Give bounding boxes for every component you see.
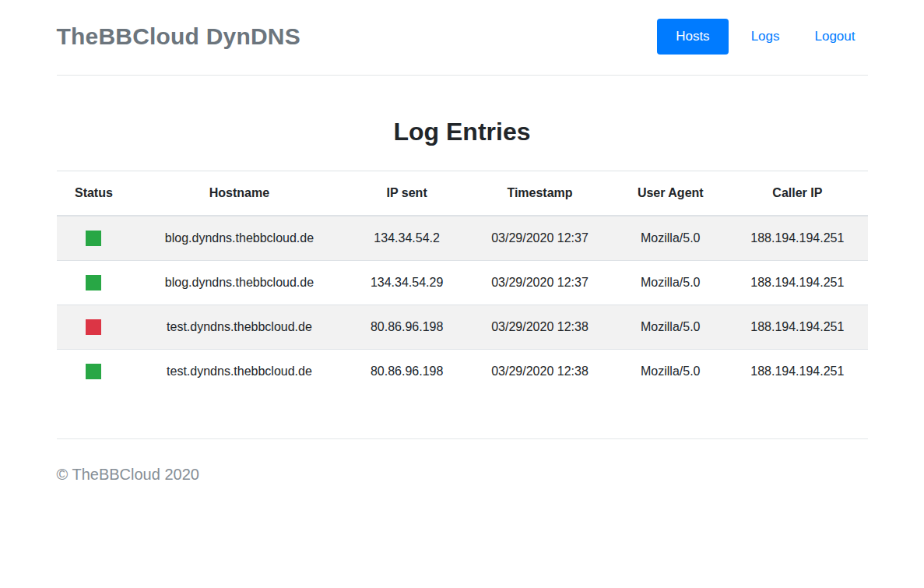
main-content: Log Entries StatusHostnameIP sentTimesta… (57, 118, 868, 393)
ip-sent-cell: 80.86.96.198 (348, 349, 466, 393)
site-header: TheBBCloud DynDNS HostsLogsLogout (57, 0, 868, 75)
timestamp-cell: 03/29/2020 12:38 (466, 305, 614, 349)
nav-link-logout[interactable]: Logout (803, 19, 868, 55)
column-header-status: Status (57, 171, 132, 216)
column-header-caller-ip: Caller IP (727, 171, 867, 216)
nav-link-hosts[interactable]: Hosts (657, 19, 728, 55)
ip-sent-cell: 134.34.54.29 (348, 260, 466, 305)
table-row: blog.dyndns.thebbcloud.de134.34.54.203/2… (57, 216, 868, 261)
timestamp-cell: 03/29/2020 12:37 (466, 260, 614, 305)
ip-sent-cell: 80.86.96.198 (348, 305, 466, 349)
page-container: TheBBCloud DynDNS HostsLogsLogout Log En… (57, 0, 868, 484)
timestamp-cell: 03/29/2020 12:38 (466, 349, 614, 393)
page-title: Log Entries (57, 118, 868, 146)
hostname-cell: test.dyndns.thebbcloud.de (131, 305, 347, 349)
caller-ip-cell: 188.194.194.251 (727, 305, 867, 349)
header-divider (57, 75, 868, 76)
table-row: test.dyndns.thebbcloud.de80.86.96.19803/… (57, 349, 868, 393)
nav-link-logs[interactable]: Logs (739, 19, 792, 55)
main-nav: HostsLogsLogout (647, 19, 867, 55)
status-success-indicator (86, 275, 101, 290)
timestamp-cell: 03/29/2020 12:37 (466, 216, 614, 261)
copyright-text: © TheBBCloud 2020 (57, 466, 199, 483)
status-error-indicator (86, 319, 101, 335)
caller-ip-cell: 188.194.194.251 (727, 349, 867, 393)
hostname-cell: test.dyndns.thebbcloud.de (131, 349, 347, 393)
ip-sent-cell: 134.34.54.2 (348, 216, 466, 261)
status-cell (57, 260, 132, 305)
user-agent-cell: Mozilla/5.0 (613, 260, 727, 305)
status-cell (57, 349, 132, 393)
user-agent-cell: Mozilla/5.0 (613, 305, 727, 349)
site-footer: © TheBBCloud 2020 (57, 439, 868, 484)
column-header-ip-sent: IP sent (348, 171, 466, 216)
table-header-row: StatusHostnameIP sentTimestampUser Agent… (57, 171, 868, 216)
status-cell (57, 216, 132, 261)
table-row: test.dyndns.thebbcloud.de80.86.96.19803/… (57, 305, 868, 349)
log-entries-table: StatusHostnameIP sentTimestampUser Agent… (57, 171, 868, 393)
status-cell (57, 305, 132, 349)
column-header-hostname: Hostname (131, 171, 347, 216)
column-header-user-agent: User Agent (613, 171, 727, 216)
brand-title: TheBBCloud DynDNS (57, 23, 300, 50)
user-agent-cell: Mozilla/5.0 (613, 349, 727, 393)
status-success-indicator (86, 364, 101, 379)
caller-ip-cell: 188.194.194.251 (727, 216, 867, 261)
table-row: blog.dyndns.thebbcloud.de134.34.54.2903/… (57, 260, 868, 305)
hostname-cell: blog.dyndns.thebbcloud.de (131, 216, 347, 261)
column-header-timestamp: Timestamp (466, 171, 614, 216)
caller-ip-cell: 188.194.194.251 (727, 260, 867, 305)
status-success-indicator (86, 231, 101, 246)
hostname-cell: blog.dyndns.thebbcloud.de (131, 260, 347, 305)
user-agent-cell: Mozilla/5.0 (613, 216, 727, 261)
